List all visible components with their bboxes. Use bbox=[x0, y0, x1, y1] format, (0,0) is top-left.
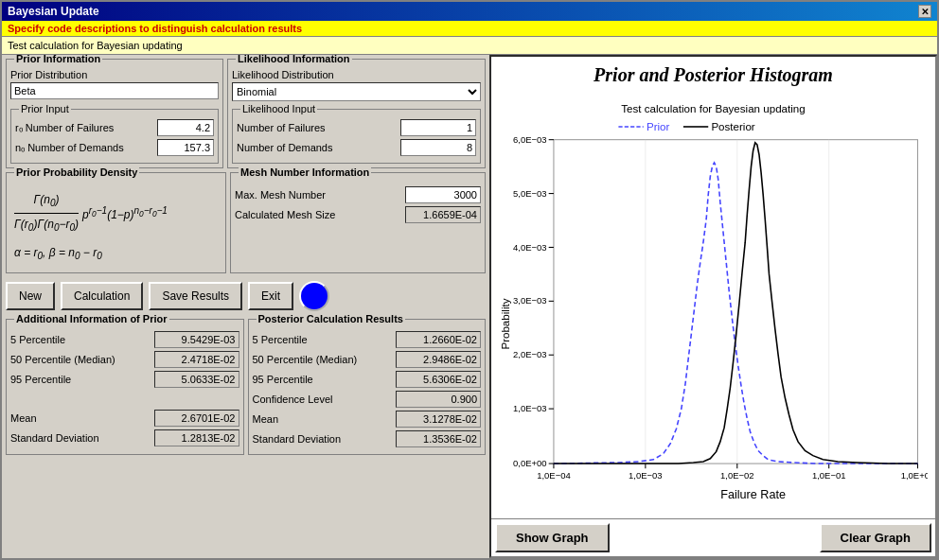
svg-text:1,0E+00: 1,0E+00 bbox=[901, 470, 928, 481]
post-std-input bbox=[396, 430, 481, 447]
post-conf-input bbox=[396, 391, 481, 408]
post-p5-label: 5 Percentile bbox=[253, 334, 397, 345]
post-p95-input bbox=[396, 371, 481, 388]
svg-text:2,0E−03: 2,0E−03 bbox=[513, 349, 547, 359]
prior-std-label: Standard Deviation bbox=[10, 432, 154, 444]
mesh-info-title: Mesh Number Information bbox=[239, 166, 371, 178]
post-std-row: Standard Deviation bbox=[253, 430, 482, 447]
prior-p50-input bbox=[154, 351, 239, 368]
svg-text:6,0E−03: 6,0E−03 bbox=[513, 134, 547, 145]
prior-dist-input[interactable] bbox=[10, 82, 219, 99]
prior-input-group: Prior Input r₀ Number of Failures n₀ Num… bbox=[10, 109, 219, 164]
prior-std-row: Standard Deviation bbox=[10, 429, 239, 446]
post-p50-input bbox=[396, 351, 481, 368]
prior-p5-label: 5 Percentile bbox=[10, 334, 154, 345]
graph-buttons-row: Show Graph Clear Graph bbox=[491, 518, 935, 556]
prior-p5-input bbox=[154, 331, 239, 348]
lik-failures-input[interactable] bbox=[400, 119, 476, 136]
graph-subtitle: Test calculation for Bayesian updating bbox=[621, 103, 805, 114]
close-button[interactable]: ✕ bbox=[918, 5, 931, 18]
bottom-top-sections: Prior Probability Density Γ(n0) Γ(r0)Γ(n… bbox=[6, 172, 486, 273]
r0-label: r₀ Number of Failures bbox=[15, 122, 157, 134]
max-mesh-row: Max. Mesh Number bbox=[235, 186, 481, 203]
histogram-svg: Test calculation for Bayesian updating P… bbox=[499, 94, 928, 515]
svg-text:1,0E−03: 1,0E−03 bbox=[513, 403, 547, 413]
post-p5-input bbox=[396, 331, 481, 348]
clear-graph-button[interactable]: Clear Graph bbox=[820, 523, 931, 552]
post-p50-row: 50 Percentile (Median) bbox=[253, 351, 482, 368]
svg-text:1,0E−03: 1,0E−03 bbox=[629, 470, 663, 481]
lik-failures-row: Number of Failures bbox=[237, 119, 476, 136]
window-title: Bayesian Update bbox=[8, 5, 99, 18]
svg-text:1,0E−01: 1,0E−01 bbox=[812, 470, 846, 481]
prior-mean-label: Mean bbox=[10, 412, 154, 424]
likelihood-input-group: Likelihood Input Number of Failures Numb… bbox=[232, 109, 481, 164]
formula-display: Γ(n0) Γ(r0)Γ(n0−r0) pr0−1(1−p)n0−r0−1 α … bbox=[14, 190, 218, 265]
additional-prior-group: Additional Information of Prior 5 Percen… bbox=[6, 319, 244, 455]
svg-text:1,0E−02: 1,0E−02 bbox=[720, 470, 754, 481]
save-results-button[interactable]: Save Results bbox=[149, 282, 242, 310]
prior-p50-row: 50 Percentile (Median) bbox=[10, 351, 239, 368]
prior-p95-row: 95 Percentile bbox=[10, 371, 239, 388]
lik-demands-input[interactable] bbox=[400, 139, 476, 156]
post-conf-row: Confidence Level bbox=[253, 391, 482, 408]
additional-prior-title: Additional Information of Prior bbox=[14, 313, 169, 324]
post-p95-label: 95 Percentile bbox=[253, 374, 397, 385]
svg-text:3,0E−03: 3,0E−03 bbox=[513, 296, 547, 306]
main-content: Prior Information Prior Distribution Pri… bbox=[2, 55, 937, 558]
post-p50-label: 50 Percentile (Median) bbox=[253, 354, 397, 365]
lik-failures-label: Number of Failures bbox=[237, 122, 400, 133]
show-graph-button[interactable]: Show Graph bbox=[495, 523, 610, 552]
calculation-button[interactable]: Calculation bbox=[61, 282, 143, 310]
prior-std-input bbox=[154, 429, 239, 446]
prior-info-group: Prior Information Prior Distribution Pri… bbox=[6, 59, 223, 168]
post-mean-row: Mean bbox=[253, 411, 482, 428]
likelihood-input-title: Likelihood Input bbox=[240, 103, 317, 114]
lik-demands-label: Number of Demands bbox=[237, 142, 400, 153]
button-row: New Calculation Save Results Exit bbox=[6, 277, 486, 315]
svg-text:Posterior: Posterior bbox=[711, 121, 754, 132]
n0-label: n₀ Number of Demands bbox=[15, 142, 157, 154]
calc-mesh-row: Calculated Mesh Size bbox=[235, 206, 481, 223]
svg-text:4,0E−03: 4,0E−03 bbox=[513, 242, 547, 253]
post-mean-input bbox=[396, 411, 481, 428]
r0-failures-row: r₀ Number of Failures bbox=[15, 119, 214, 136]
prior-input-title: Prior Input bbox=[19, 103, 71, 114]
new-button[interactable]: New bbox=[6, 282, 55, 310]
likelihood-dist-select[interactable]: Binomial bbox=[232, 82, 481, 101]
prior-dist-label: Prior Distribution bbox=[10, 69, 219, 80]
post-p5-row: 5 Percentile bbox=[253, 331, 482, 348]
additional-info-section: Additional Information of Prior 5 Percen… bbox=[6, 319, 486, 455]
calc-mesh-input bbox=[405, 206, 481, 223]
svg-rect-4 bbox=[554, 140, 918, 464]
post-mean-label: Mean bbox=[253, 413, 397, 425]
y-axis-label: Probability bbox=[500, 298, 511, 349]
prior-info-title: Prior Information bbox=[14, 55, 102, 64]
mesh-info-group: Mesh Number Information Max. Mesh Number… bbox=[230, 172, 486, 273]
title-bar: Bayesian Update ✕ bbox=[2, 2, 937, 21]
max-mesh-input[interactable] bbox=[405, 186, 481, 203]
top-sections: Prior Information Prior Distribution Pri… bbox=[6, 59, 486, 168]
prior-p5-row: 5 Percentile bbox=[10, 331, 239, 348]
x-axis-label: Failure Rate bbox=[720, 488, 786, 501]
svg-text:1,0E−04: 1,0E−04 bbox=[537, 470, 571, 481]
max-mesh-label: Max. Mesh Number bbox=[235, 189, 405, 201]
right-panel: Prior and Posterior Histogram Test calcu… bbox=[489, 55, 937, 558]
likelihood-info-group: Likelihood Information Likelihood Distri… bbox=[227, 59, 486, 168]
n0-input[interactable] bbox=[157, 139, 214, 156]
warning-bar: Specify code descriptions to distinguish… bbox=[2, 21, 937, 37]
blue-indicator bbox=[299, 281, 329, 311]
prior-p95-label: 95 Percentile bbox=[10, 374, 154, 385]
likelihood-info-title: Likelihood Information bbox=[236, 55, 352, 64]
r0-input[interactable] bbox=[157, 119, 214, 136]
exit-button[interactable]: Exit bbox=[248, 282, 293, 310]
prior-mean-input bbox=[154, 410, 239, 427]
post-p95-row: 95 Percentile bbox=[253, 371, 482, 388]
prior-mean-row: Mean bbox=[10, 410, 239, 427]
prior-p50-label: 50 Percentile (Median) bbox=[10, 354, 154, 365]
posterior-results-title: Posterior Calculation Results bbox=[257, 313, 405, 324]
n0-demands-row: n₀ Number of Demands bbox=[15, 139, 214, 156]
svg-text:0,0E+00: 0,0E+00 bbox=[513, 458, 547, 468]
prior-p95-input bbox=[154, 371, 239, 388]
svg-text:5,0E−03: 5,0E−03 bbox=[513, 188, 547, 199]
